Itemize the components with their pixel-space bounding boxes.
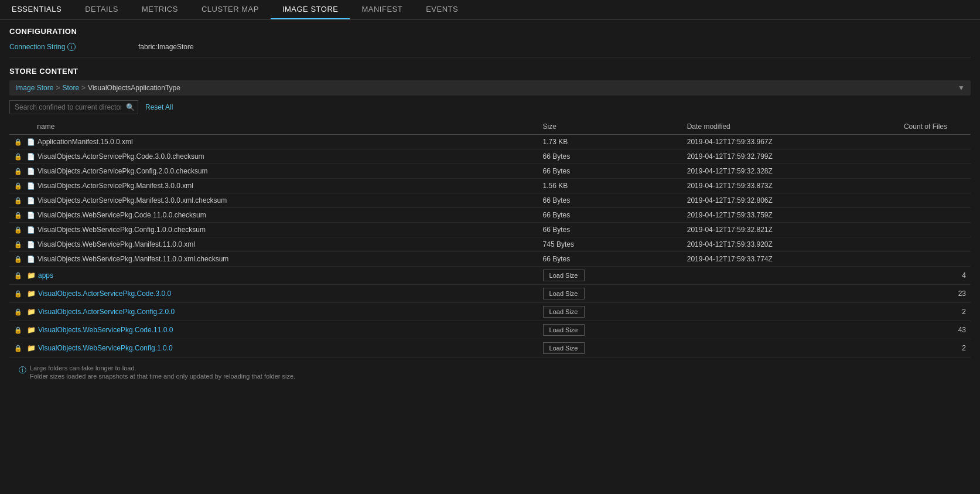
lock-icon: 🔒 (14, 345, 23, 352)
lock-icon: 🔒 (14, 168, 23, 175)
load-size-button[interactable]: Load Size (543, 288, 585, 299)
file-name-cell-8: 🔒 📄 VisualObjects.WebServicePkg.Manifest… (9, 252, 538, 267)
breadcrumb-imagestore[interactable]: Image Store (15, 84, 53, 92)
file-count-4 (875, 193, 971, 208)
load-size-button[interactable]: Load Size (543, 342, 585, 354)
nav-details[interactable]: DETAILS (73, 0, 130, 19)
file-icon: 📄 (27, 212, 35, 219)
reset-all-button[interactable]: Reset All (145, 103, 173, 111)
file-size-6: 66 Bytes (538, 223, 682, 237)
file-count-5 (875, 208, 971, 223)
lock-icon: 🔒 (14, 197, 23, 205)
breadcrumb-sep1: > (56, 84, 60, 92)
folder-date-1 (682, 285, 875, 303)
connection-string-info-icon[interactable]: i (67, 43, 76, 51)
file-size-7: 745 Bytes (538, 237, 682, 252)
file-size-3: 1.56 KB (538, 179, 682, 193)
nav-essentials[interactable]: ESSENTIALS (0, 0, 73, 19)
table-row: 🔒 📁 VisualObjects.ActorServicePkg.Config… (9, 303, 971, 321)
file-count-0 (875, 135, 971, 149)
folder-name[interactable]: VisualObjects.ActorServicePkg.Code.3.0.0 (38, 289, 171, 298)
folder-name-cell-4: 🔒 📁 VisualObjects.WebServicePkg.Config.1… (9, 339, 538, 357)
folder-name[interactable]: VisualObjects.ActorServicePkg.Config.2.0… (38, 308, 175, 316)
store-content-title: STORE CONTENT (9, 67, 971, 76)
file-name-cell-4: 🔒 📄 VisualObjects.ActorServicePkg.Manife… (9, 193, 538, 208)
lock-icon: 🔒 (14, 182, 23, 190)
lock-icon: 🔒 (14, 290, 23, 298)
load-size-button[interactable]: Load Size (543, 306, 585, 318)
file-name[interactable]: VisualObjects.ActorServicePkg.Code.3.0.0… (37, 152, 204, 161)
file-date-2: 2019-04-12T17:59:32.328Z (682, 164, 875, 179)
footer-note: ⓘ Large folders can take longer to load.… (9, 357, 971, 387)
table-row: 🔒 📄 VisualObjects.ActorServicePkg.Config… (9, 164, 971, 179)
lock-icon: 🔒 (14, 255, 23, 263)
folder-name[interactable]: VisualObjects.WebServicePkg.Code.11.0.0 (38, 326, 173, 334)
breadcrumb-store[interactable]: Store (62, 84, 79, 92)
file-name[interactable]: VisualObjects.WebServicePkg.Code.11.0.0.… (37, 211, 206, 219)
folder-icon: 📁 (27, 271, 36, 280)
file-name-cell-7: 🔒 📄 VisualObjects.WebServicePkg.Manifest… (9, 237, 538, 252)
file-name[interactable]: VisualObjects.WebServicePkg.Manifest.11.… (37, 240, 195, 248)
file-date-7: 2019-04-12T17:59:33.920Z (682, 237, 875, 252)
nav-metrics[interactable]: METRICS (130, 0, 190, 19)
folder-count-1: 23 (875, 285, 971, 303)
lock-icon: 🔒 (14, 308, 23, 316)
file-icon: 📄 (27, 153, 35, 161)
lock-icon: 🔒 (14, 138, 23, 146)
file-name[interactable]: VisualObjects.ActorServicePkg.Manifest.3… (37, 196, 227, 205)
file-count-8 (875, 252, 971, 267)
table-row: 🔒 📄 VisualObjects.ActorServicePkg.Code.3… (9, 149, 971, 164)
file-count-1 (875, 149, 971, 164)
file-name[interactable]: ApplicationManifest.15.0.0.xml (37, 138, 133, 146)
load-size-button[interactable]: Load Size (543, 324, 585, 336)
nav-cluster-map[interactable]: CLUSTER MAP (190, 0, 271, 19)
search-row: 🔍 Reset All (9, 100, 971, 114)
file-name[interactable]: VisualObjects.WebServicePkg.Config.1.0.0… (37, 226, 206, 234)
file-name-cell-3: 🔒 📄 VisualObjects.ActorServicePkg.Manife… (9, 179, 538, 193)
folder-size-4: Load Size (538, 339, 682, 357)
file-date-3: 2019-04-12T17:59:33.873Z (682, 179, 875, 193)
file-size-8: 66 Bytes (538, 252, 682, 267)
file-icon: 📄 (27, 138, 35, 146)
folder-name[interactable]: VisualObjects.WebServicePkg.Config.1.0.0 (38, 344, 173, 352)
col-header-date: Date modified (682, 119, 875, 135)
file-size-4: 66 Bytes (538, 193, 682, 208)
store-content-section: STORE CONTENT Image Store > Store > Visu… (0, 61, 980, 390)
nav-bar: ESSENTIALS DETAILS METRICS CLUSTER MAP I… (0, 0, 980, 20)
folder-count-3: 43 (875, 321, 971, 339)
folder-name[interactable]: apps (38, 271, 53, 280)
file-icon: 📄 (27, 241, 35, 248)
table-row: 🔒 📄 ApplicationManifest.15.0.0.xml 1.73 … (9, 135, 971, 149)
file-icon: 📄 (27, 197, 35, 205)
file-date-8: 2019-04-12T17:59:33.774Z (682, 252, 875, 267)
file-name[interactable]: VisualObjects.ActorServicePkg.Manifest.3… (37, 182, 193, 190)
load-size-button[interactable]: Load Size (543, 270, 585, 281)
folder-icon: 📁 (27, 344, 36, 352)
file-size-0: 1.73 KB (538, 135, 682, 149)
file-name-cell-0: 🔒 📄 ApplicationManifest.15.0.0.xml (9, 135, 538, 149)
nav-image-store[interactable]: IMAGE STORE (271, 0, 350, 19)
file-name-cell-2: 🔒 📄 VisualObjects.ActorServicePkg.Config… (9, 164, 538, 179)
file-count-7 (875, 237, 971, 252)
file-icon: 📄 (27, 168, 35, 175)
folder-size-3: Load Size (538, 321, 682, 339)
footer-info-icon: ⓘ (19, 365, 26, 376)
file-icon: 📄 (27, 182, 35, 190)
nav-manifest[interactable]: MANIFEST (350, 0, 414, 19)
file-name[interactable]: VisualObjects.ActorServicePkg.Config.2.0… (37, 167, 208, 175)
col-header-name: name (9, 119, 538, 135)
folder-count-4: 2 (875, 339, 971, 357)
breadcrumb-sep2: > (81, 84, 86, 92)
search-input[interactable] (9, 100, 138, 114)
folder-date-4 (682, 339, 875, 357)
footer-note-line1: Large folders can take longer to load. (30, 364, 295, 372)
nav-events[interactable]: EVENTS (414, 0, 470, 19)
file-date-0: 2019-04-12T17:59:33.967Z (682, 135, 875, 149)
file-count-6 (875, 223, 971, 237)
lock-icon: 🔒 (14, 212, 23, 219)
configuration-section: CONFIGURATION Connection String i fabric… (0, 20, 980, 61)
breadcrumb-expand-icon[interactable]: ▼ (958, 84, 965, 92)
file-name[interactable]: VisualObjects.WebServicePkg.Manifest.11.… (37, 255, 228, 263)
folder-name-cell-3: 🔒 📁 VisualObjects.WebServicePkg.Code.11.… (9, 321, 538, 339)
table-row: 🔒 📄 VisualObjects.ActorServicePkg.Manife… (9, 193, 971, 208)
